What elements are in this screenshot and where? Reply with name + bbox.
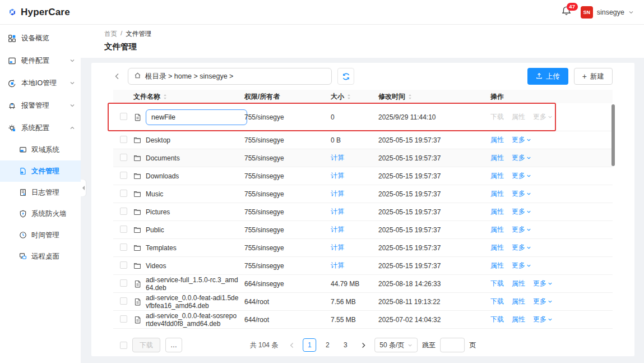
- row-checkbox[interactable]: [120, 154, 127, 161]
- file-name: Templates: [146, 244, 177, 252]
- file-name: Music: [146, 190, 163, 198]
- sidebar-item-local-io[interactable]: 本地IO管理: [0, 72, 81, 94]
- row-checkbox[interactable]: [120, 279, 127, 287]
- file-perms: 755/sinsegye: [244, 190, 331, 198]
- more-link[interactable]: 更多: [512, 225, 531, 235]
- rename-input[interactable]: [146, 109, 247, 125]
- row-checkbox[interactable]: [120, 315, 127, 323]
- row-checkbox[interactable]: [120, 208, 127, 215]
- properties-link[interactable]: 属性: [490, 207, 504, 217]
- upload-button[interactable]: 上传: [527, 68, 568, 85]
- breadcrumb-home[interactable]: 首页: [104, 30, 117, 38]
- path-input[interactable]: 根目录 > home > sinsegye >: [128, 68, 332, 85]
- sidebar-collapse-handle[interactable]: [81, 180, 86, 196]
- properties-link[interactable]: 属性: [512, 279, 525, 288]
- row-actions: 属性更多: [490, 135, 613, 145]
- row-checkbox[interactable]: [120, 190, 127, 197]
- sidebar-subitem-firewall[interactable]: 系统防火墙: [0, 203, 81, 224]
- row-checkbox[interactable]: [120, 297, 127, 305]
- row-checkbox[interactable]: [120, 172, 127, 179]
- sidebar-subitem-dual-domain[interactable]: 双域系统: [0, 139, 81, 160]
- properties-link[interactable]: 属性: [512, 315, 525, 324]
- back-button[interactable]: [113, 72, 122, 80]
- prev-page-button[interactable]: [285, 338, 298, 352]
- jump-page-input[interactable]: [440, 338, 465, 352]
- page-header: 首页 / 文件管理 文件管理: [81, 25, 644, 58]
- page-button-2[interactable]: 2: [321, 338, 334, 352]
- properties-link[interactable]: 属性: [490, 261, 504, 270]
- batch-more-button[interactable]: …: [165, 338, 182, 352]
- more-link[interactable]: 更多: [512, 171, 531, 181]
- more-link[interactable]: 更多: [512, 207, 531, 217]
- sidebar-item-hardware[interactable]: 硬件配置: [0, 49, 81, 72]
- more-link[interactable]: 更多: [512, 153, 531, 163]
- sort-time-icon[interactable]: [408, 94, 412, 100]
- notification-badge: 47: [567, 3, 578, 11]
- properties-link[interactable]: 属性: [512, 297, 525, 306]
- chevron-down-icon: [526, 191, 531, 196]
- calculate-size-link[interactable]: 计算: [331, 172, 344, 180]
- more-link[interactable]: 更多: [533, 112, 553, 122]
- refresh-button[interactable]: [337, 68, 354, 85]
- sidebar-subitem-log[interactable]: 日志管理: [0, 182, 81, 203]
- properties-link[interactable]: 属性: [512, 112, 525, 122]
- table-row: adi-service_0.0.0-feat-adi1.5devfbfea16_…: [113, 293, 613, 311]
- file-name: Desktop: [146, 136, 170, 144]
- new-button[interactable]: + 新建: [574, 68, 613, 85]
- more-link[interactable]: 更多: [512, 243, 531, 252]
- row-checkbox[interactable]: [120, 136, 127, 143]
- file-icon: [133, 316, 141, 324]
- next-page-button[interactable]: [356, 338, 370, 352]
- sidebar-subitem-time[interactable]: 时间管理: [0, 224, 81, 246]
- select-all-checkbox[interactable]: [120, 342, 127, 349]
- page-button-3[interactable]: 3: [339, 338, 352, 352]
- notification-bell[interactable]: 47: [560, 6, 573, 19]
- more-link[interactable]: 更多: [512, 261, 531, 270]
- more-link[interactable]: 更多: [512, 135, 531, 145]
- properties-link[interactable]: 属性: [490, 225, 504, 235]
- row-checkbox[interactable]: [120, 226, 127, 233]
- brand-logo: HyperCare: [8, 7, 70, 18]
- calculate-size-link[interactable]: 计算: [331, 261, 344, 269]
- sidebar-subitem-file-management[interactable]: 文件管理: [0, 160, 81, 182]
- file-mtime: 2025-08-11 19:13:22: [378, 298, 490, 306]
- sidebar-item-overview-grid[interactable]: 设备概览: [0, 27, 81, 49]
- download-link[interactable]: 下载: [490, 279, 504, 288]
- calculate-size-link[interactable]: 计算: [331, 243, 344, 251]
- properties-link[interactable]: 属性: [490, 189, 504, 199]
- properties-link[interactable]: 属性: [490, 135, 504, 145]
- page-button-1[interactable]: 1: [303, 338, 316, 352]
- properties-link[interactable]: 属性: [490, 153, 504, 163]
- file-size: 44.79 MB: [331, 280, 359, 288]
- row-checkbox[interactable]: [120, 261, 127, 269]
- sidebar-item-alarm[interactable]: 报警管理: [0, 94, 81, 117]
- local-io-icon: [7, 79, 16, 88]
- user-menu[interactable]: SN sinsegye: [581, 6, 634, 19]
- more-link[interactable]: 更多: [533, 279, 553, 288]
- properties-link[interactable]: 属性: [490, 171, 504, 181]
- download-link[interactable]: 下载: [490, 315, 504, 324]
- col-name[interactable]: 文件名称: [133, 92, 160, 102]
- more-link[interactable]: 更多: [533, 297, 553, 306]
- sidebar-subitem-remote-desktop[interactable]: 远程桌面: [0, 246, 81, 267]
- sort-name-icon[interactable]: [163, 94, 167, 100]
- vertical-scrollbar[interactable]: [611, 104, 615, 166]
- row-checkbox[interactable]: [120, 243, 127, 251]
- sort-size-icon[interactable]: [347, 94, 351, 100]
- batch-download-button[interactable]: 下载: [132, 338, 160, 352]
- download-link[interactable]: 下载: [490, 112, 504, 122]
- row-checkbox[interactable]: [120, 113, 127, 120]
- page-size-select[interactable]: 50 条/页: [374, 338, 418, 352]
- calculate-size-link[interactable]: 计算: [331, 154, 344, 162]
- calculate-size-link[interactable]: 计算: [331, 226, 344, 233]
- upload-label: 上传: [546, 72, 560, 81]
- col-time[interactable]: 修改时间: [378, 92, 405, 102]
- sidebar-item-system-gear[interactable]: 系统配置: [0, 117, 81, 139]
- calculate-size-link[interactable]: 计算: [331, 190, 344, 197]
- more-link[interactable]: 更多: [533, 315, 553, 324]
- download-link[interactable]: 下载: [490, 297, 504, 306]
- properties-link[interactable]: 属性: [490, 243, 504, 252]
- more-link[interactable]: 更多: [512, 189, 531, 199]
- col-size[interactable]: 大小: [331, 92, 344, 102]
- calculate-size-link[interactable]: 计算: [331, 208, 344, 215]
